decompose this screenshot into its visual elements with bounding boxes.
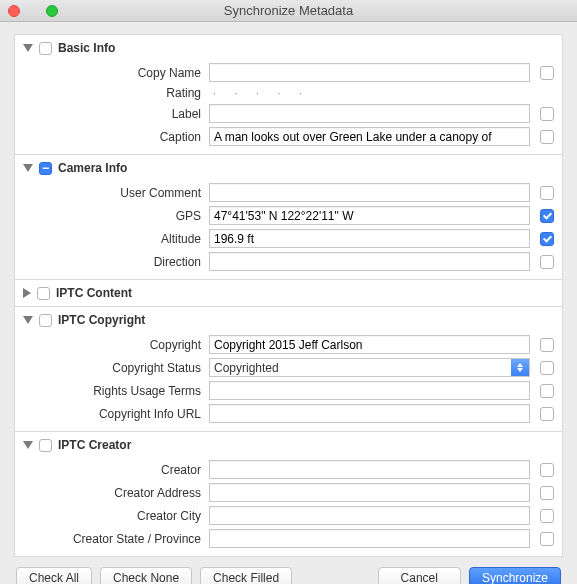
- section-basic-info: Basic Info Copy Name Rating · · · · · La…: [14, 34, 563, 154]
- input-copyright[interactable]: [209, 335, 530, 354]
- input-label[interactable]: [209, 104, 530, 123]
- sync-checkbox-creator[interactable]: [540, 463, 554, 477]
- section-title: IPTC Copyright: [58, 313, 145, 327]
- check-none-button[interactable]: Check None: [100, 567, 192, 584]
- disclosure-triangle-icon[interactable]: [23, 164, 33, 172]
- disclosure-triangle-icon[interactable]: [23, 441, 33, 449]
- input-rights-usage[interactable]: [209, 381, 530, 400]
- label-creator-state: Creator State / Province: [15, 532, 203, 546]
- section-title: Camera Info: [58, 161, 127, 175]
- input-creator-address[interactable]: [209, 483, 530, 502]
- label-creator-city: Creator City: [15, 509, 203, 523]
- section-iptc-content: IPTC Content: [14, 279, 563, 306]
- disclosure-triangle-icon[interactable]: [23, 288, 31, 298]
- rating-dots[interactable]: · · · · ·: [209, 88, 556, 99]
- section-checkbox-camera[interactable]: −: [39, 162, 52, 175]
- sync-checkbox-caption[interactable]: [540, 130, 554, 144]
- sync-checkbox-user-comment[interactable]: [540, 186, 554, 200]
- section-checkbox-iptc-creator[interactable]: [39, 439, 52, 452]
- disclosure-triangle-icon[interactable]: [23, 316, 33, 324]
- select-copyright-status[interactable]: Copyrighted: [209, 358, 530, 377]
- section-header-camera[interactable]: − Camera Info: [15, 155, 562, 181]
- sync-checkbox-gps[interactable]: [540, 209, 554, 223]
- input-direction[interactable]: [209, 252, 530, 271]
- section-checkbox-iptc-content[interactable]: [37, 287, 50, 300]
- input-user-comment[interactable]: [209, 183, 530, 202]
- input-creator[interactable]: [209, 460, 530, 479]
- titlebar: Synchronize Metadata: [0, 0, 577, 22]
- footer: Check All Check None Check Filled Cancel…: [14, 557, 563, 584]
- sync-checkbox-copyright[interactable]: [540, 338, 554, 352]
- label-rights-usage: Rights Usage Terms: [15, 384, 203, 398]
- input-caption[interactable]: [209, 127, 530, 146]
- sync-checkbox-direction[interactable]: [540, 255, 554, 269]
- label-copyright: Copyright: [15, 338, 203, 352]
- label-copyright-status: Copyright Status: [15, 361, 203, 375]
- section-title: IPTC Content: [56, 286, 132, 300]
- sync-checkbox-altitude[interactable]: [540, 232, 554, 246]
- label-altitude: Altitude: [15, 232, 203, 246]
- section-header-iptc-copyright[interactable]: IPTC Copyright: [15, 307, 562, 333]
- label-direction: Direction: [15, 255, 203, 269]
- sync-checkbox-creator-state[interactable]: [540, 532, 554, 546]
- chevron-updown-icon: [511, 359, 529, 376]
- label-creator: Creator: [15, 463, 203, 477]
- disclosure-triangle-icon[interactable]: [23, 44, 33, 52]
- label-copy-name: Copy Name: [15, 66, 203, 80]
- sync-checkbox-copyright-url[interactable]: [540, 407, 554, 421]
- select-value: Copyrighted: [214, 361, 279, 375]
- section-checkbox-basic[interactable]: [39, 42, 52, 55]
- sync-checkbox-rights-usage[interactable]: [540, 384, 554, 398]
- label-gps: GPS: [15, 209, 203, 223]
- section-title: Basic Info: [58, 41, 115, 55]
- sync-checkbox-copy-name[interactable]: [540, 66, 554, 80]
- check-filled-button[interactable]: Check Filled: [200, 567, 292, 584]
- sync-checkbox-creator-city[interactable]: [540, 509, 554, 523]
- section-iptc-creator: IPTC Creator Creator Creator Address Cre…: [14, 431, 563, 557]
- label-label: Label: [15, 107, 203, 121]
- sync-checkbox-copyright-status[interactable]: [540, 361, 554, 375]
- synchronize-button[interactable]: Synchronize: [469, 567, 561, 584]
- label-rating: Rating: [15, 86, 203, 100]
- section-camera-info: − Camera Info User Comment GPS Altitude …: [14, 154, 563, 279]
- section-header-iptc-creator[interactable]: IPTC Creator: [15, 432, 562, 458]
- input-gps[interactable]: [209, 206, 530, 225]
- section-header-basic[interactable]: Basic Info: [15, 35, 562, 61]
- label-user-comment: User Comment: [15, 186, 203, 200]
- sync-checkbox-creator-address[interactable]: [540, 486, 554, 500]
- input-creator-state[interactable]: [209, 529, 530, 548]
- input-altitude[interactable]: [209, 229, 530, 248]
- input-copyright-url[interactable]: [209, 404, 530, 423]
- sync-checkbox-label[interactable]: [540, 107, 554, 121]
- label-copyright-url: Copyright Info URL: [15, 407, 203, 421]
- label-creator-address: Creator Address: [15, 486, 203, 500]
- cancel-button[interactable]: Cancel: [378, 567, 461, 584]
- section-iptc-copyright: IPTC Copyright Copyright Copyright Statu…: [14, 306, 563, 431]
- window-title: Synchronize Metadata: [0, 3, 577, 18]
- section-title: IPTC Creator: [58, 438, 131, 452]
- label-caption: Caption: [15, 130, 203, 144]
- check-all-button[interactable]: Check All: [16, 567, 92, 584]
- section-checkbox-iptc-copyright[interactable]: [39, 314, 52, 327]
- input-creator-city[interactable]: [209, 506, 530, 525]
- section-header-iptc-content[interactable]: IPTC Content: [15, 280, 562, 306]
- input-copy-name[interactable]: [209, 63, 530, 82]
